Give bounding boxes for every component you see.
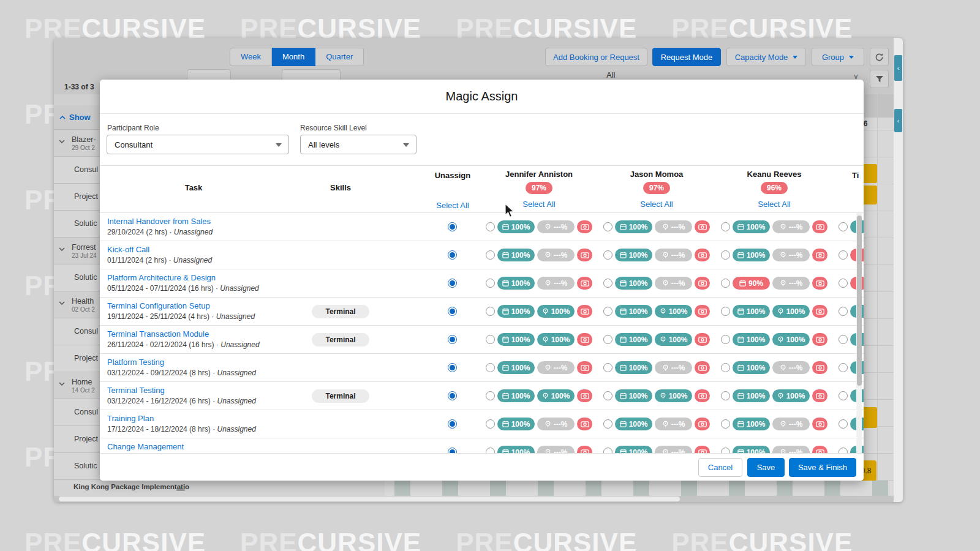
skill-match-pill: ---% (537, 277, 575, 290)
assign-radio[interactable] (721, 419, 730, 429)
assign-radio[interactable] (721, 279, 730, 288)
assign-radio[interactable] (721, 448, 730, 453)
select-all-link[interactable]: Select All (717, 200, 831, 209)
availability-pill: 100% (733, 418, 770, 430)
filter-button[interactable] (870, 70, 889, 88)
collapse-panel-handle[interactable]: ‹ (894, 109, 902, 132)
unassign-radio[interactable] (448, 279, 457, 288)
assign-radio[interactable] (839, 250, 848, 260)
assign-radio[interactable] (839, 307, 848, 316)
task-link[interactable]: Internal Handover from Sales (107, 217, 211, 226)
assign-radio[interactable] (603, 419, 612, 429)
assign-radio[interactable] (721, 335, 730, 344)
task-link[interactable]: Platform Testing (107, 358, 164, 367)
capacity-mode-button[interactable]: Capacity Mode (726, 48, 806, 66)
add-booking-button[interactable]: Add Booking or Request (545, 48, 647, 66)
sidebar-project-row[interactable]: Solutic (54, 453, 100, 480)
unassign-radio[interactable] (448, 307, 457, 316)
assign-radio[interactable] (839, 335, 848, 344)
horizontal-scrollbar[interactable] (54, 496, 903, 502)
sidebar-project-row[interactable]: Consul (54, 157, 100, 184)
assign-radio[interactable] (721, 307, 730, 316)
skill-match-pill: ---% (772, 446, 810, 453)
sidebar-project-row[interactable]: Project (54, 426, 100, 453)
task-link[interactable]: Change Management (107, 442, 184, 451)
assign-radio[interactable] (603, 279, 612, 288)
assign-radio[interactable] (721, 250, 730, 260)
skill-icon (662, 252, 669, 258)
save-button[interactable]: Save (747, 458, 785, 477)
assign-radio[interactable] (721, 222, 730, 231)
sidebar-project-row[interactable]: Health 02 Oct 2 (54, 291, 100, 318)
participant-role-select[interactable]: Consultant (107, 135, 289, 154)
sidebar-project-row[interactable]: Home 14 Oct 2 (54, 372, 100, 399)
assign-radio[interactable] (603, 391, 612, 400)
view-tab-quarter[interactable]: Quarter (315, 48, 364, 66)
task-link[interactable]: Kick-off Call (107, 245, 149, 254)
unassign-radio[interactable] (448, 391, 457, 400)
assign-radio[interactable] (486, 391, 495, 400)
task-link[interactable]: Terminal Configuration Setup (107, 301, 210, 310)
task-link[interactable]: Training Plan (107, 414, 154, 423)
cancel-button[interactable]: Cancel (698, 458, 742, 477)
scrollbar-thumb[interactable] (857, 216, 862, 386)
assign-radio[interactable] (603, 335, 612, 344)
unassign-radio[interactable] (448, 335, 457, 344)
unassign-radio[interactable] (448, 250, 457, 260)
vertical-scrollbar[interactable] (856, 213, 862, 453)
sidebar-project-row[interactable]: Project (54, 345, 100, 372)
assign-radio[interactable] (721, 391, 730, 400)
task-link[interactable]: Terminal Testing (107, 386, 165, 395)
assign-radio[interactable] (839, 363, 848, 372)
assign-radio[interactable] (839, 448, 848, 453)
unassign-radio[interactable] (448, 419, 457, 429)
view-tab-week[interactable]: Week (230, 48, 272, 66)
refresh-button[interactable] (870, 48, 889, 66)
assign-radio[interactable] (603, 307, 612, 316)
sidebar-project-row[interactable]: Solutic (54, 264, 100, 291)
assign-radio[interactable] (603, 363, 612, 372)
assign-radio[interactable] (486, 448, 495, 453)
task-link[interactable]: Terminal Transaction Module (107, 329, 209, 339)
assign-radio[interactable] (486, 419, 495, 429)
rate-icon (698, 252, 707, 258)
unassign-radio[interactable] (448, 363, 457, 372)
assign-radio[interactable] (486, 307, 495, 316)
sidebar-project-row[interactable]: Project (54, 184, 100, 211)
assign-radio[interactable] (603, 222, 612, 231)
assign-radio[interactable] (839, 391, 848, 400)
sidebar-project-row[interactable]: Consul (54, 318, 100, 345)
group-button[interactable]: Group (812, 48, 864, 66)
assign-radio[interactable] (839, 279, 848, 288)
assign-radio[interactable] (486, 279, 495, 288)
rate-icon (816, 280, 824, 287)
assign-radio[interactable] (603, 448, 612, 453)
task-link[interactable]: Platform Architecture & Design (107, 273, 216, 282)
assign-radio[interactable] (486, 335, 495, 344)
view-tab-month[interactable]: Month (272, 48, 315, 66)
sidebar-project-row[interactable]: Consul (54, 399, 100, 426)
unassign-radio[interactable] (448, 222, 457, 231)
task-table-scroll-area[interactable]: Internal Handover from Sales 29/10/2024 … (100, 213, 864, 453)
sidebar-show-toggle[interactable]: Show (54, 105, 100, 130)
select-all-link[interactable]: Select All (482, 200, 596, 209)
request-mode-button[interactable]: Request Mode (652, 48, 721, 66)
project-name: Health (72, 297, 94, 305)
sidebar-project-row[interactable]: Blazer- 29 Oct 2 (54, 130, 100, 157)
assign-radio[interactable] (839, 419, 848, 429)
sidebar-project-row[interactable]: Solutic (54, 211, 100, 238)
assign-radio[interactable] (839, 222, 848, 231)
assign-radio[interactable] (486, 222, 495, 231)
sidebar-project-row[interactable]: Forrest 23 Jul 24 (54, 238, 100, 264)
select-all-link[interactable]: Select All (600, 200, 714, 209)
assign-radio[interactable] (486, 250, 495, 260)
collapse-panel-handle[interactable]: ‹ (894, 55, 902, 81)
save-finish-button[interactable]: Save & Finish (789, 458, 856, 477)
assign-radio[interactable] (486, 363, 495, 372)
assign-radio[interactable] (603, 250, 612, 260)
skill-level-select[interactable]: All levels (300, 135, 417, 154)
scrollbar-thumb[interactable] (59, 497, 680, 501)
assign-radio[interactable] (721, 363, 730, 372)
unassign-radio[interactable] (448, 448, 457, 453)
all-filter-value[interactable]: All (606, 70, 615, 80)
